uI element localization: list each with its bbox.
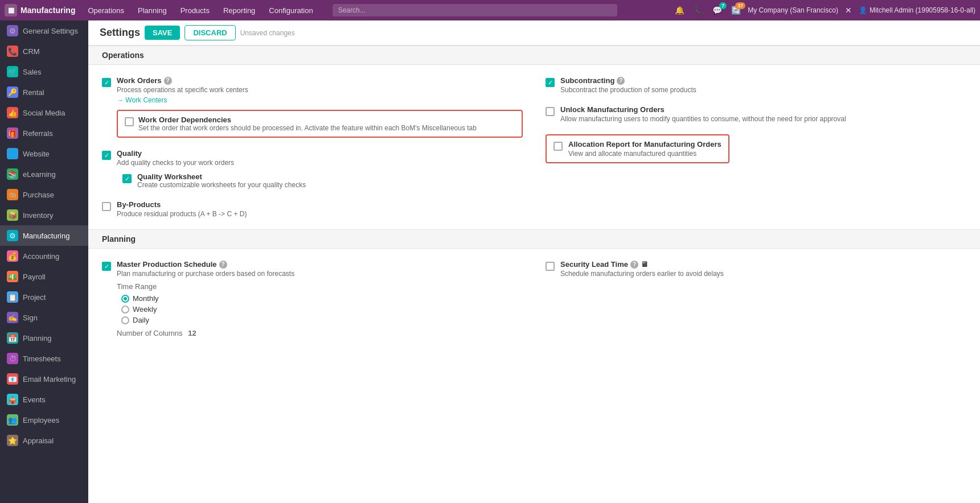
- quality-inner: Quality Add quality checks to your work …: [117, 149, 523, 189]
- sidebar-label-sign: Sign: [23, 314, 38, 322]
- sidebar-label-rental: Rental: [23, 88, 44, 97]
- quality-worksheet-inner: Quality Worksheet Create customizable wo…: [137, 172, 523, 189]
- unlock-manufacturing-setting: Unlock Manufacturing Orders Allow manufa…: [546, 105, 966, 123]
- sidebar-item-website[interactable]: 🌐 Website: [0, 143, 88, 164]
- work-orders-checkbox[interactable]: ✓: [102, 78, 111, 87]
- elearning-icon: 📚: [7, 168, 18, 180]
- close-icon[interactable]: ✕: [843, 5, 854, 16]
- by-products-title: By-Products: [117, 200, 523, 209]
- main-layout: ⚙ General Settings 📞 CRM 🛒 Sales 🔑 Renta…: [0, 20, 980, 503]
- discard-button[interactable]: DISCARD: [184, 25, 235, 40]
- sidebar-item-timesheets[interactable]: ⏱ Timesheets: [0, 348, 88, 369]
- sidebar-item-crm[interactable]: 📞 CRM: [0, 41, 88, 61]
- sidebar-item-general-settings[interactable]: ⚙ General Settings: [0, 20, 88, 41]
- user-name[interactable]: 👤 Mitchell Admin (19905958-16-0-all): [859, 6, 975, 14]
- phone-icon[interactable]: 📞: [691, 5, 706, 16]
- search-input[interactable]: [333, 4, 617, 17]
- work-orders-title: Work Orders ?: [117, 76, 523, 85]
- bell-icon[interactable]: 🔔: [673, 5, 687, 16]
- work-orders-setting: ✓ Work Orders ? Process operations at sp…: [102, 76, 523, 138]
- unlock-mfg-checkbox[interactable]: [546, 107, 555, 116]
- mps-help-icon[interactable]: ?: [219, 261, 227, 269]
- sidebar-item-sign[interactable]: ✍ Sign: [0, 307, 88, 328]
- sidebar-item-sales[interactable]: 🛒 Sales: [0, 61, 88, 82]
- sidebar-item-inventory[interactable]: 📦 Inventory: [0, 205, 88, 225]
- sidebar-label-elearning: eLearning: [23, 170, 56, 179]
- security-lead-inner: Security Lead Time ? 🖥 Schedule manufact…: [560, 260, 966, 278]
- nav-item-configuration[interactable]: Configuration: [263, 4, 318, 17]
- save-button[interactable]: SAVE: [145, 26, 180, 40]
- inventory-icon: 📦: [7, 209, 18, 221]
- sidebar-item-events[interactable]: 🎪 Events: [0, 389, 88, 410]
- radio-daily[interactable]: Daily: [121, 316, 523, 324]
- sidebar-item-project[interactable]: 📋 Project: [0, 287, 88, 307]
- sidebar-item-purchase[interactable]: 🛍 Purchase: [0, 184, 88, 205]
- navbar-right: 🔔 📞 💬 7 🔄 37 My Company (San Francisco) …: [673, 5, 975, 16]
- security-lead-desc: Schedule manufacturing orders earlier to…: [560, 270, 966, 278]
- sidebar-item-planning[interactable]: 📅 Planning: [0, 328, 88, 348]
- sidebar-label-social-media: Social Media: [23, 109, 65, 117]
- radio-daily-input[interactable]: [121, 316, 129, 324]
- chat-icon[interactable]: 💬 7: [710, 5, 724, 16]
- sidebar-item-employees[interactable]: 👥 Employees: [0, 410, 88, 430]
- update-badge: 37: [735, 2, 745, 9]
- sidebar-item-rental[interactable]: 🔑 Rental: [0, 82, 88, 102]
- subcontracting-checkbox[interactable]: ✓: [546, 78, 555, 87]
- security-lead-checkbox[interactable]: [546, 262, 555, 271]
- planning-left-col: ✓ Master Production Schedule ? Plan manu…: [102, 260, 523, 337]
- sidebar-item-social-media[interactable]: 👍 Social Media: [0, 102, 88, 123]
- allocation-desc: View and allocate manufactured quantitie…: [568, 150, 721, 158]
- user-info[interactable]: My Company (San Francisco): [748, 6, 838, 14]
- sidebar-item-manufacturing[interactable]: ⚙ Manufacturing: [0, 225, 88, 246]
- radio-monthly-label: Monthly: [133, 294, 159, 303]
- sales-icon: 🛒: [7, 66, 18, 77]
- company-label: My Company (San Francisco): [748, 6, 838, 14]
- operations-right-col: ✓ Subcontracting ? Subcontract the produ…: [546, 76, 966, 218]
- sidebar-item-email-marketing[interactable]: 📧 Email Marketing: [0, 369, 88, 389]
- sidebar-label-website: Website: [23, 150, 50, 158]
- radio-monthly-input[interactable]: [121, 295, 129, 303]
- subcontracting-help-icon[interactable]: ?: [617, 77, 625, 85]
- quality-worksheet-desc: Create customizable worksheets for your …: [137, 181, 523, 189]
- planning-section-header: Planning: [88, 229, 980, 249]
- sidebar-label-sales: Sales: [23, 68, 42, 76]
- nav-item-reporting[interactable]: Reporting: [218, 4, 261, 17]
- sidebar-item-appraisal[interactable]: ⭐ Appraisal: [0, 430, 88, 451]
- nav-item-products[interactable]: Products: [175, 4, 215, 17]
- allocation-checkbox[interactable]: [553, 142, 563, 151]
- allocation-title: Allocation Report for Manufacturing Orde…: [568, 140, 721, 149]
- quality-checkbox[interactable]: ✓: [102, 151, 111, 160]
- sidebar-label-email-marketing: Email Marketing: [23, 375, 76, 384]
- by-products-checkbox[interactable]: [102, 202, 111, 211]
- mps-inner: Master Production Schedule ? Plan manufa…: [117, 260, 523, 337]
- security-lead-title: Security Lead Time ? 🖥: [560, 260, 966, 269]
- email-icon: 📧: [7, 373, 18, 385]
- sidebar-label-employees: Employees: [23, 416, 59, 424]
- security-lead-help-icon[interactable]: ?: [630, 261, 638, 269]
- planning-icon: 📅: [7, 332, 18, 344]
- allocation-report-setting: Allocation Report for Manufacturing Orde…: [546, 134, 966, 163]
- update-icon[interactable]: 🔄 37: [729, 5, 743, 16]
- quality-checkbox-container: ✓: [102, 151, 111, 160]
- mps-checkbox[interactable]: ✓: [102, 262, 111, 271]
- radio-weekly-input[interactable]: [121, 306, 129, 314]
- sidebar-label-manufacturing: Manufacturing: [23, 232, 69, 240]
- nav-item-operations[interactable]: Operations: [82, 4, 130, 17]
- work-orders-help-icon[interactable]: ?: [164, 77, 172, 85]
- nav-item-planning[interactable]: Planning: [132, 4, 173, 17]
- quality-worksheet-checkbox[interactable]: ✓: [122, 174, 132, 183]
- radio-weekly[interactable]: Weekly: [121, 305, 523, 314]
- radio-monthly[interactable]: Monthly: [121, 294, 523, 303]
- work-centers-link[interactable]: Work Centers: [117, 96, 523, 104]
- sidebar-item-referrals[interactable]: 🎁 Referrals: [0, 123, 88, 143]
- security-lead-extra-icon[interactable]: 🖥: [641, 260, 648, 269]
- work-order-dep-checkbox[interactable]: [125, 117, 134, 126]
- website-icon: 🌐: [7, 148, 18, 159]
- brand[interactable]: ▦ Manufacturing: [5, 4, 75, 17]
- by-products-inner: By-Products Produce residual products (A…: [117, 200, 523, 218]
- sidebar-item-elearning[interactable]: 📚 eLearning: [0, 164, 88, 184]
- work-orders-desc: Process operations at specific work cent…: [117, 86, 523, 94]
- sidebar-item-accounting[interactable]: 💰 Accounting: [0, 246, 88, 266]
- purchase-icon: 🛍: [7, 189, 18, 200]
- sidebar-item-payroll[interactable]: 💵 Payroll: [0, 266, 88, 287]
